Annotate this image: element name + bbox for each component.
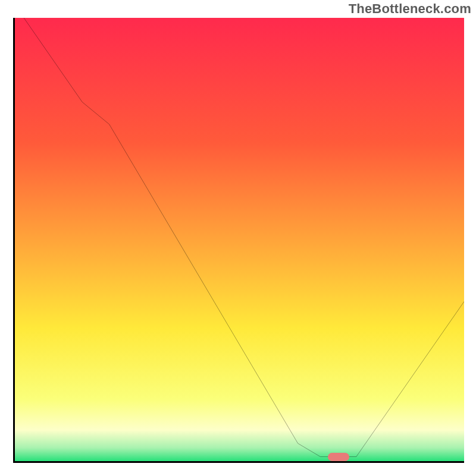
- chart-svg: [15, 18, 464, 461]
- chart-background: [15, 18, 464, 461]
- watermark-label: TheBottleneck.com: [349, 1, 471, 17]
- optimal-marker: [328, 453, 349, 461]
- chart-plot-area: [13, 18, 464, 463]
- chart-container: TheBottleneck.com: [0, 0, 476, 476]
